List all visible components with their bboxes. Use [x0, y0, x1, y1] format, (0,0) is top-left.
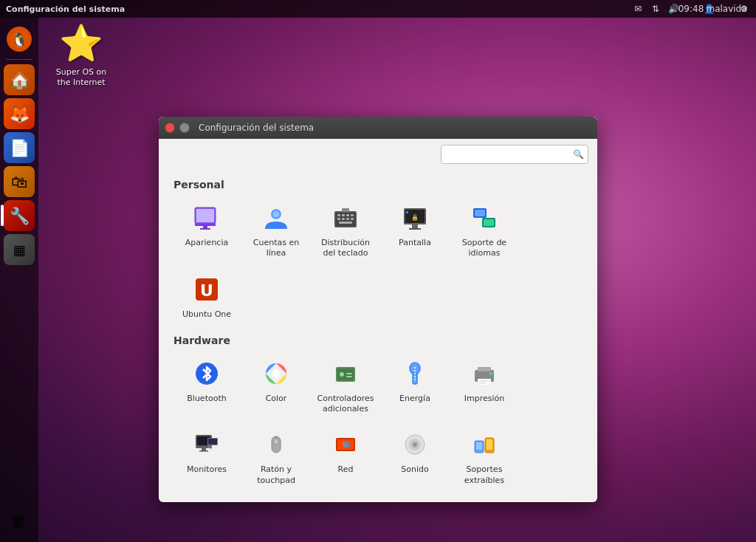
- controladores-label: Controladores adicionales: [315, 394, 376, 415]
- dialog-titlebar: Configuración del sistema: [159, 117, 597, 139]
- ubuntu-one-label: Ubuntu One: [182, 309, 231, 320]
- svg-rect-29: [484, 219, 494, 226]
- svg-text:🔒: 🔒: [411, 213, 419, 221]
- svg-rect-70: [487, 439, 492, 450]
- raton-icon: [261, 429, 292, 460]
- gear-icon[interactable]: ⚙: [738, 3, 750, 15]
- desktop-icon-super-os[interactable]: ⭐ Super OS on the Internet: [48, 22, 114, 89]
- svg-rect-14: [342, 218, 345, 220]
- launcher-item-workspaces[interactable]: ▦: [4, 234, 35, 265]
- svg-rect-24: [406, 211, 408, 213]
- item-soporte-idiomas[interactable]: Soporte de idiomas: [451, 196, 518, 265]
- launcher-item-documents[interactable]: 📄: [4, 132, 35, 163]
- item-controladores[interactable]: Controladores adicionales: [312, 352, 379, 421]
- launcher-item-settings[interactable]: 🔧: [4, 200, 35, 231]
- svg-point-66: [414, 444, 416, 446]
- color-label: Color: [266, 394, 287, 404]
- personal-grid: Apariencia Cuentas en línea: [173, 196, 583, 326]
- item-monitores[interactable]: Monitores: [173, 423, 240, 492]
- item-teclado[interactable]: Teclado: [243, 495, 309, 502]
- search-input[interactable]: [441, 145, 588, 164]
- svg-rect-16: [351, 218, 354, 220]
- cuentas-linea-icon: [261, 202, 292, 233]
- svg-point-48: [489, 372, 492, 375]
- minimize-button[interactable]: [179, 123, 190, 133]
- svg-rect-27: [475, 210, 485, 216]
- item-ubuntu-one[interactable]: U Ubuntu One: [173, 268, 240, 326]
- search-wrap: 🔍: [441, 145, 588, 164]
- application-launcher: 🐧 🏠 🦊 📄 🛍 🔧 ▦ 🗑: [0, 18, 38, 542]
- item-raton[interactable]: Ratón y touchpad: [243, 423, 309, 492]
- item-pantalla[interactable]: 🔒 Pantalla: [382, 196, 448, 265]
- search-icon: 🔍: [573, 149, 584, 159]
- launcher-item-home[interactable]: 🏠: [4, 64, 35, 95]
- mail-icon[interactable]: ✉: [632, 3, 644, 15]
- network-icon[interactable]: ⇅: [650, 3, 662, 15]
- tableta-icon: [191, 501, 222, 502]
- distribucion-label: Distribución del teclado: [315, 238, 376, 259]
- red-label: Red: [338, 464, 354, 475]
- svg-rect-68: [476, 442, 482, 450]
- item-distribucion[interactable]: Distribución del teclado: [312, 196, 379, 265]
- cuentas-linea-label: Cuentas en línea: [246, 238, 306, 259]
- sonido-label: Sonido: [401, 464, 428, 475]
- svg-rect-44: [478, 367, 491, 371]
- item-red[interactable]: 🌐 Red: [312, 423, 379, 492]
- svg-point-34: [272, 370, 280, 377]
- dialog-title: Configuración del sistema: [199, 123, 314, 133]
- svg-rect-21: [404, 223, 426, 224]
- launcher-item-trash[interactable]: 🗑: [4, 505, 35, 536]
- svg-rect-4: [200, 228, 210, 230]
- svg-rect-1: [196, 209, 214, 222]
- svg-rect-55: [208, 439, 217, 445]
- svg-rect-52: [202, 448, 206, 450]
- impresion-icon: [469, 358, 500, 389]
- bluetooth-label: Bluetooth: [187, 394, 226, 404]
- svg-rect-15: [346, 218, 349, 220]
- section-personal: Personal: [173, 170, 583, 196]
- monitores-icon: [191, 429, 222, 460]
- monitores-label: Monitores: [187, 464, 227, 475]
- username: malavida: [721, 3, 732, 15]
- svg-rect-2: [195, 224, 216, 226]
- svg-rect-45: [478, 379, 491, 385]
- hardware-grid: Bluetooth Color: [173, 352, 583, 502]
- svg-rect-10: [342, 214, 345, 216]
- item-soportes[interactable]: Soportes extraíbles: [451, 423, 518, 492]
- soportes-icon: [469, 429, 500, 460]
- volume-icon[interactable]: 🔊: [667, 3, 679, 15]
- color-icon: [261, 358, 292, 389]
- controladores-icon: [330, 358, 361, 389]
- svg-rect-23: [409, 228, 421, 230]
- svg-point-6: [273, 211, 279, 217]
- item-energia[interactable]: Energía: [382, 352, 448, 421]
- item-bluetooth[interactable]: Bluetooth: [173, 352, 240, 421]
- item-tableta[interactable]: Tableta gráfica Wacom: [173, 495, 240, 502]
- close-button[interactable]: [165, 123, 175, 133]
- window-title: Configuración del sistema: [6, 4, 125, 14]
- item-apariencia[interactable]: Apariencia: [173, 196, 240, 265]
- svg-rect-18: [342, 208, 349, 212]
- system-tray: ✉ ⇅ 🔊 09:48 👤 malavida ⚙: [632, 3, 750, 15]
- svg-point-58: [275, 439, 278, 444]
- svg-rect-22: [412, 224, 418, 228]
- system-settings-dialog: Configuración del sistema 🔍 Personal: [159, 117, 597, 502]
- launcher-item-ubuntu[interactable]: 🐧: [4, 24, 35, 55]
- item-color[interactable]: Color: [243, 352, 309, 421]
- search-bar: 🔍: [159, 139, 597, 170]
- impresion-label: Impresión: [464, 394, 504, 404]
- bluetooth-icon: [191, 358, 222, 389]
- svg-rect-39: [346, 376, 352, 377]
- item-cuentas-linea[interactable]: Cuentas en línea: [243, 196, 309, 265]
- svg-rect-13: [337, 218, 340, 220]
- svg-rect-47: [479, 383, 487, 384]
- svg-rect-46: [479, 380, 489, 382]
- launcher-item-firefox[interactable]: 🦊: [4, 98, 35, 129]
- clock: 09:48: [685, 3, 697, 15]
- item-sonido[interactable]: Sonido: [382, 423, 448, 492]
- item-impresion[interactable]: Impresión: [451, 352, 518, 421]
- launcher-item-store[interactable]: 🛍: [4, 166, 35, 197]
- svg-rect-38: [346, 373, 352, 374]
- svg-rect-53: [199, 450, 208, 452]
- svg-rect-17: [339, 222, 352, 224]
